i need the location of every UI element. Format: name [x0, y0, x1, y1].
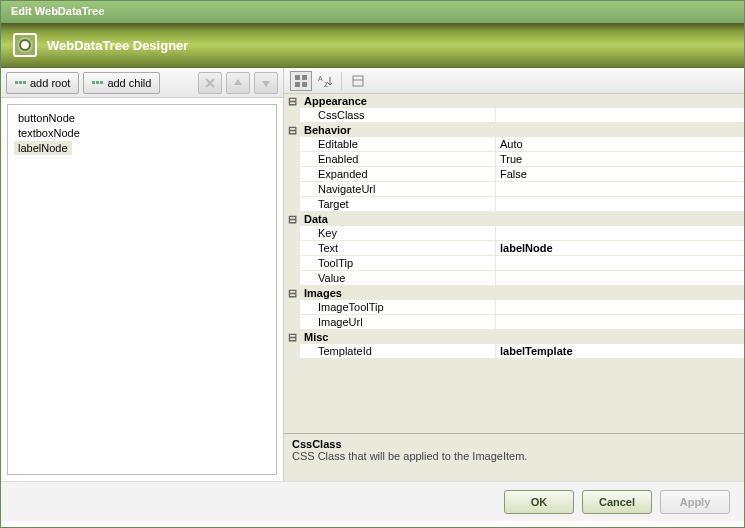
- property-value[interactable]: [495, 108, 744, 122]
- tree-item[interactable]: buttonNode: [14, 111, 79, 125]
- property-pages-button[interactable]: [347, 71, 369, 91]
- category-name: Data: [300, 212, 744, 226]
- titlebar[interactable]: Edit WebDataTree: [1, 1, 744, 23]
- property-value[interactable]: Auto: [495, 137, 744, 151]
- banner-title: WebDataTree Designer: [47, 38, 188, 53]
- add-root-button[interactable]: add root: [6, 72, 79, 94]
- property-description: CssClass CSS Class that will be applied …: [284, 433, 744, 481]
- property-category[interactable]: ⊟Data: [284, 212, 744, 226]
- property-row[interactable]: TextlabelNode: [284, 241, 744, 256]
- property-row[interactable]: CssClass: [284, 108, 744, 123]
- dialog-footer: OK Cancel Apply: [1, 481, 744, 521]
- property-category[interactable]: ⊟Misc: [284, 330, 744, 344]
- property-value[interactable]: labelNode: [495, 241, 744, 255]
- svg-text:A: A: [318, 75, 323, 82]
- property-value[interactable]: [495, 226, 744, 240]
- tree-toolbar: add root add child: [1, 68, 283, 98]
- add-child-icon: [92, 81, 103, 84]
- collapse-icon[interactable]: ⊟: [284, 286, 300, 300]
- svg-rect-1: [295, 75, 300, 80]
- property-value[interactable]: [495, 271, 744, 285]
- property-name: ToolTip: [300, 256, 495, 270]
- right-panel: AZ ⊟AppearanceCssClass⊟BehaviorEditableA…: [284, 68, 744, 481]
- property-toolbar: AZ: [284, 68, 744, 94]
- property-name: Value: [300, 271, 495, 285]
- svg-rect-2: [302, 75, 307, 80]
- add-child-label: add child: [107, 77, 151, 89]
- designer-banner: WebDataTree Designer: [1, 23, 744, 68]
- property-row[interactable]: NavigateUrl: [284, 182, 744, 197]
- arrow-down-icon: [260, 77, 272, 89]
- svg-rect-4: [302, 82, 307, 87]
- property-row[interactable]: Value: [284, 271, 744, 286]
- property-name: Enabled: [300, 152, 495, 166]
- ok-button[interactable]: OK: [504, 490, 574, 514]
- tree-item[interactable]: textboxNode: [14, 126, 84, 140]
- property-pages-icon: [351, 74, 365, 88]
- property-name: Key: [300, 226, 495, 240]
- description-title: CssClass: [292, 438, 736, 450]
- property-name: CssClass: [300, 108, 495, 122]
- property-name: Text: [300, 241, 495, 255]
- move-up-button[interactable]: [226, 72, 250, 94]
- collapse-icon[interactable]: ⊟: [284, 94, 300, 108]
- property-name: Editable: [300, 137, 495, 151]
- dialog-window: Edit WebDataTree WebDataTree Designer ad…: [0, 0, 745, 528]
- categorized-button[interactable]: [290, 71, 312, 91]
- property-row[interactable]: Key: [284, 226, 744, 241]
- property-row[interactable]: EditableAuto: [284, 137, 744, 152]
- svg-rect-7: [353, 76, 363, 86]
- property-name: ImageToolTip: [300, 300, 495, 314]
- property-row[interactable]: ImageUrl: [284, 315, 744, 330]
- property-value[interactable]: [495, 256, 744, 270]
- node-tree[interactable]: buttonNodetextboxNodelabelNode: [7, 104, 277, 475]
- alphabetical-icon: AZ: [318, 74, 332, 88]
- property-category[interactable]: ⊟Images: [284, 286, 744, 300]
- category-name: Misc: [300, 330, 744, 344]
- svg-point-0: [20, 40, 30, 50]
- collapse-icon[interactable]: ⊟: [284, 123, 300, 137]
- property-category[interactable]: ⊟Appearance: [284, 94, 744, 108]
- property-row[interactable]: ToolTip: [284, 256, 744, 271]
- property-name: ImageUrl: [300, 315, 495, 329]
- category-name: Appearance: [300, 94, 744, 108]
- property-row[interactable]: ImageToolTip: [284, 300, 744, 315]
- property-row[interactable]: EnabledTrue: [284, 152, 744, 167]
- category-name: Behavior: [300, 123, 744, 137]
- property-value[interactable]: [495, 315, 744, 329]
- delete-button[interactable]: [198, 72, 222, 94]
- cancel-button[interactable]: Cancel: [582, 490, 652, 514]
- add-root-label: add root: [30, 77, 70, 89]
- window-title: Edit WebDataTree: [11, 5, 104, 17]
- property-name: NavigateUrl: [300, 182, 495, 196]
- property-value[interactable]: False: [495, 167, 744, 181]
- apply-button[interactable]: Apply: [660, 490, 730, 514]
- add-root-icon: [15, 81, 26, 84]
- category-name: Images: [300, 286, 744, 300]
- add-child-button[interactable]: add child: [83, 72, 160, 94]
- property-grid[interactable]: ⊟AppearanceCssClass⊟BehaviorEditableAuto…: [284, 94, 744, 433]
- property-name: TemplateId: [300, 344, 495, 358]
- property-value[interactable]: True: [495, 152, 744, 166]
- property-value[interactable]: [495, 300, 744, 314]
- move-down-button[interactable]: [254, 72, 278, 94]
- property-row[interactable]: Target: [284, 197, 744, 212]
- property-value[interactable]: labelTemplate: [495, 344, 744, 358]
- property-category[interactable]: ⊟Behavior: [284, 123, 744, 137]
- categorized-icon: [294, 74, 308, 88]
- svg-text:Z: Z: [324, 81, 329, 88]
- left-panel: add root add child buttonNodetextboxNode…: [1, 68, 284, 481]
- property-row[interactable]: ExpandedFalse: [284, 167, 744, 182]
- delete-icon: [204, 77, 216, 89]
- property-row[interactable]: TemplateIdlabelTemplate: [284, 344, 744, 359]
- tree-item[interactable]: labelNode: [14, 141, 72, 155]
- designer-icon: [13, 33, 37, 57]
- alphabetical-button[interactable]: AZ: [314, 71, 336, 91]
- collapse-icon[interactable]: ⊟: [284, 212, 300, 226]
- property-value[interactable]: [495, 197, 744, 211]
- property-value[interactable]: [495, 182, 744, 196]
- property-name: Expanded: [300, 167, 495, 181]
- collapse-icon[interactable]: ⊟: [284, 330, 300, 344]
- description-text: CSS Class that will be applied to the Im…: [292, 450, 736, 462]
- content-area: add root add child buttonNodetextboxNode…: [1, 68, 744, 481]
